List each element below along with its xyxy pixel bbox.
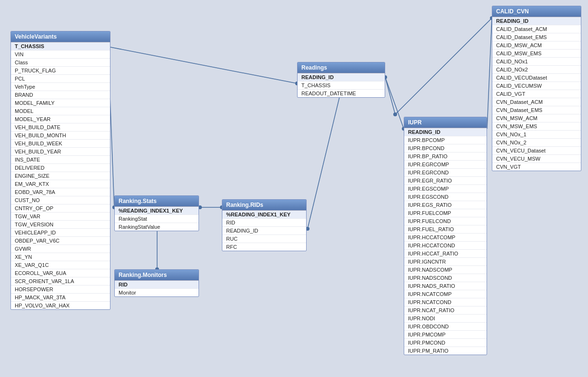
table-row: IUPR.NADS_RATIO (404, 282, 487, 290)
table-row: RID (115, 281, 199, 289)
table-row: READING_ID (298, 73, 385, 82)
table-row: CVN_NOx_2 (492, 139, 581, 147)
table-row: IUPR.EGRCOND (404, 169, 487, 177)
table-ranking-stats: Ranking.Stats %READING_INDEX1_KEY Rankin… (114, 195, 199, 231)
table-row: RFC (222, 243, 306, 251)
table-row: CALID_MSW_ACM (492, 41, 581, 50)
table-row: CVN_MSW_EMS (492, 122, 581, 131)
table-row: P_TRUCK_FLAG (11, 67, 110, 75)
table-row: IUPR.PMCOND (404, 339, 487, 347)
table-iupr-header: IUPR (404, 117, 487, 128)
table-row: ECOROLL_VAR_6UA (11, 269, 110, 277)
table-row: IUPR.PMCOMP (404, 331, 487, 339)
table-row: XE_YN (11, 253, 110, 261)
table-row: EM_VAR_KTX (11, 180, 110, 188)
table-row: IUPR.EGR_RATIO (404, 177, 487, 185)
table-row: CALID_VECUMSW (492, 82, 581, 90)
table-row: DELIVERED (11, 164, 110, 172)
table-row: CALID_Dataset_EMS (492, 33, 581, 41)
table-row: IUPR.NCAT_RATIO (404, 306, 487, 315)
table-row: IUPR.PM_RATIO (404, 347, 487, 355)
table-row: IUPR.BPCOND (404, 144, 487, 153)
table-row: XE_VAR_Q1C (11, 261, 110, 269)
table-row: Class (11, 59, 110, 67)
table-row: EOBD_VAR_78A (11, 188, 110, 196)
table-row: IUPR.BPCOMP (404, 136, 487, 144)
svg-line-1 (385, 77, 404, 129)
table-row: IUPR.NODI (404, 315, 487, 323)
table-row: CALID_VECUDataset (492, 74, 581, 82)
table-vehiclevariants-header: VehicleVariants (11, 31, 110, 42)
table-row: READING_ID (492, 17, 581, 25)
table-row: IUPR.BP_RATIO (404, 153, 487, 161)
table-readings-header: Readings (298, 62, 385, 73)
table-row: VEH_BUILD_YEAR (11, 148, 110, 156)
table-row: IUPR.FUEL_RATIO (404, 225, 487, 234)
table-ranking-rids: Ranking.RIDs %READING_INDEX1_KEY RID REA… (222, 199, 307, 251)
table-row: TGW_VERSION (11, 221, 110, 229)
table-row: IUPR.HCCAT_RATIO (404, 250, 487, 258)
table-row: CALID_NOx2 (492, 66, 581, 74)
table-row: %READING_INDEX1_KEY (222, 211, 306, 219)
table-row: IUPR.EGSCOND (404, 193, 487, 201)
table-row: CNTRY_OF_OP (11, 204, 110, 213)
svg-point-2 (393, 112, 397, 116)
table-row: BRAND (11, 91, 110, 99)
table-row: Monitor (115, 289, 199, 296)
table-row: RankingStatValue (115, 223, 199, 231)
table-iupr: IUPR READING_ID IUPR.BPCOMP IUPR.BPCOND … (404, 117, 487, 355)
table-calid-cvn: CALID_CVN READING_ID CALID_Dataset_ACM C… (492, 6, 581, 171)
table-row: IUPR.NADSCOND (404, 274, 487, 282)
table-row: MODEL_FAMILY (11, 99, 110, 107)
table-row: CVN_Dataset_ACM (492, 98, 581, 106)
table-row: CUST_NO (11, 196, 110, 204)
table-ranking-rids-header: Ranking.RIDs (222, 200, 306, 210)
table-row: CVN_Dataset_EMS (492, 106, 581, 114)
table-row: MODEL (11, 107, 110, 115)
table-row: IUPR.HCCATCOMP (404, 234, 487, 242)
svg-line-3 (487, 18, 492, 129)
table-row: IUPR.IGNCNTR (404, 258, 487, 266)
table-row: IUPR.FUELCOND (404, 217, 487, 225)
table-row: HORSEPOWER (11, 285, 110, 294)
table-row: CVN_VECU_MSW (492, 155, 581, 163)
table-row: VEH_BUILD_WEEK (11, 140, 110, 148)
table-readings: Readings READING_ID T_CHASSIS READOUT_DA… (297, 62, 385, 98)
table-row: %READING_INDEX1_KEY (115, 207, 199, 215)
table-row: TGW_VAR (11, 213, 110, 221)
table-row: CVN_MSW_ACM (492, 114, 581, 122)
table-row: SCR_ORIENT_VAR_1LA (11, 277, 110, 285)
table-row: MODEL_YEAR (11, 115, 110, 123)
table-row: IUPR.NCATCOMP (404, 290, 487, 298)
table-row: HP_VOLVO_VAR_HAX (11, 302, 110, 309)
table-row: CVN_VECU_Dataset (492, 147, 581, 155)
table-row: INS_DATE (11, 156, 110, 164)
table-row: VehType (11, 83, 110, 91)
table-row: CALID_VGT (492, 90, 581, 98)
table-row: CVN_VGT (492, 163, 581, 171)
table-row: VIN (11, 51, 110, 59)
table-row: ENGINE_SIZE (11, 172, 110, 180)
table-row: GVWR (11, 245, 110, 253)
table-row: RUC (222, 235, 306, 243)
table-row: IUPR.EGS_RATIO (404, 201, 487, 209)
table-row: VEHICLEAPP_ID (11, 229, 110, 237)
table-row: T_CHASSIS (298, 82, 385, 90)
table-row: RankingStat (115, 215, 199, 223)
table-ranking-monitors-header: Ranking.Monitors (115, 270, 199, 280)
table-row: CALID_Dataset_ACM (492, 25, 581, 33)
table-row: IUPR.NADSCOMP (404, 266, 487, 274)
table-row: CVN_NOx_1 (492, 131, 581, 139)
table-row: IUPR.EGRCOMP (404, 161, 487, 169)
svg-line-0 (108, 47, 297, 83)
table-row: READING_ID (404, 128, 487, 136)
table-row: CALID_MSW_EMS (492, 50, 581, 58)
table-row: IUPR.OBDCOND (404, 323, 487, 331)
table-ranking-stats-header: Ranking.Stats (115, 196, 199, 206)
table-row: RID (222, 219, 306, 227)
table-row: HP_MACK_VAR_3TA (11, 294, 110, 302)
table-row: VEH_BUILD_DATE (11, 123, 110, 132)
table-row: IUPR.HCCATCOND (404, 242, 487, 250)
table-row: PCL (11, 75, 110, 83)
table-vehiclevariants: VehicleVariants T_CHASSIS VIN Class P_TR… (10, 31, 110, 310)
